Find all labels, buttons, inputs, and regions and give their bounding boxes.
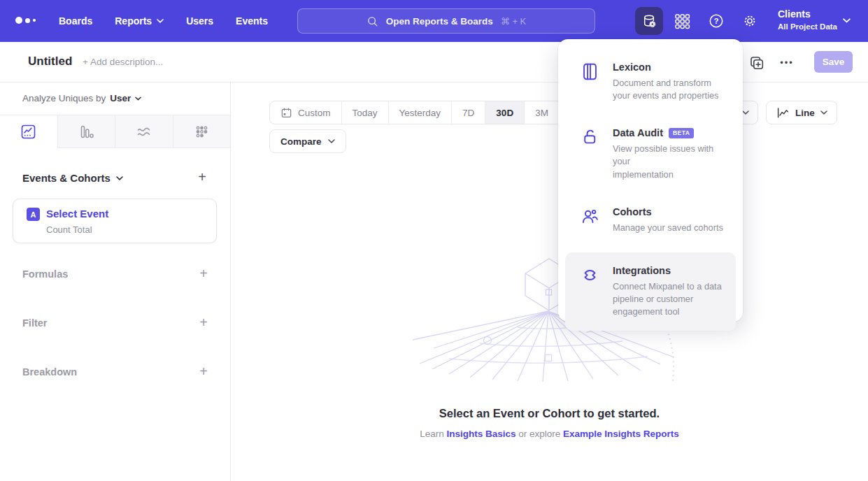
data-management-menu: Lexicon Document and transformyour event… <box>558 39 743 322</box>
grid-9-icon <box>674 13 690 29</box>
data-management-button[interactable] <box>635 7 663 35</box>
tab-insights-line[interactable] <box>0 115 57 148</box>
integrations-sync-icon <box>581 266 599 285</box>
add-formula-button[interactable]: + <box>199 266 208 282</box>
nav-reports[interactable]: Reports <box>115 15 164 27</box>
analyze-value-dropdown[interactable]: User <box>110 93 131 103</box>
empty-state-title: Select an Event or Cohort to get started… <box>231 407 868 420</box>
tab-metrics-grid[interactable] <box>173 115 231 148</box>
search-placeholder: Open Reports & Boards <box>386 16 493 27</box>
apps-grid-button[interactable] <box>674 13 690 29</box>
event-card[interactable]: A Select Event Count Total <box>13 199 217 243</box>
chevron-down-icon <box>135 96 141 101</box>
empty-state-subtitle: Learn Insights Basics or explore Example… <box>231 429 868 439</box>
dots-grid-icon <box>194 124 210 140</box>
date-range-control: Custom Today Yesterday 7D 30D 3M 6M <box>269 101 595 124</box>
tab-flow[interactable] <box>115 115 173 148</box>
formulas-section: Formulas + <box>22 266 208 282</box>
add-description-field[interactable]: + Add description... <box>83 57 163 67</box>
nav-users[interactable]: Users <box>186 15 213 27</box>
project-switcher[interactable]: Clients All Project Data <box>778 7 837 32</box>
flow-waves-icon <box>136 124 152 140</box>
nav-events[interactable]: Events <box>236 15 268 27</box>
range-custom[interactable]: Custom <box>270 101 341 124</box>
book-icon <box>581 62 599 81</box>
copy-plus-icon <box>748 55 765 71</box>
gear-icon <box>742 13 757 29</box>
mixpanel-logo[interactable] <box>15 17 36 24</box>
analyze-label: Analyze Uniques by <box>22 93 106 103</box>
mixpanel-insights-page: Boards Reports Users Events Open Reports… <box>0 0 868 481</box>
nav-boards[interactable]: Boards <box>59 15 92 27</box>
save-button[interactable]: Save <box>814 51 853 73</box>
range-today[interactable]: Today <box>341 101 388 124</box>
compare-dropdown[interactable]: Compare <box>269 129 346 153</box>
cohorts-users-icon <box>581 207 599 226</box>
more-options-button[interactable]: ••• <box>775 52 799 73</box>
breakdown-section: Breakdown + <box>22 364 208 380</box>
events-cohorts-header[interactable]: Events & Cohorts <box>22 172 123 184</box>
chart-type-tabs <box>0 115 230 148</box>
help-icon: ? <box>708 13 725 29</box>
audit-lock-icon <box>581 128 599 147</box>
count-total-dropdown[interactable]: Count Total <box>46 224 92 235</box>
top-navbar: Boards Reports Users Events Open Reports… <box>0 0 868 42</box>
filter-section: Filter + <box>22 315 208 331</box>
menu-item-integrations[interactable]: Integrations Connect Mixpanel to a datap… <box>565 252 736 331</box>
add-breakdown-button[interactable]: + <box>199 364 208 380</box>
range-3m[interactable]: 3M <box>524 101 559 124</box>
range-7d[interactable]: 7D <box>451 101 485 124</box>
event-badge-a: A <box>27 208 40 221</box>
chevron-down-icon <box>742 110 749 115</box>
menu-item-data-audit[interactable]: Data AuditBETA View possible issues with… <box>565 115 736 193</box>
main-nav: Boards Reports Users Events <box>59 0 268 42</box>
chevron-down-icon <box>157 19 164 23</box>
org-name: Clients <box>778 7 837 21</box>
beta-badge: BETA <box>669 128 695 138</box>
chevron-down-icon <box>116 176 123 180</box>
help-button[interactable]: ? <box>708 13 725 29</box>
line-chart-icon <box>776 106 790 120</box>
insights-basics-link[interactable]: Insights Basics <box>446 429 515 439</box>
settings-button[interactable] <box>741 13 758 29</box>
search-input[interactable]: Open Reports & Boards ⌘ + K <box>297 8 595 34</box>
duplicate-button[interactable] <box>748 55 765 71</box>
search-shortcut: ⌘ + K <box>501 16 527 27</box>
menu-item-cohorts[interactable]: Cohorts Manage your saved cohorts <box>565 194 736 247</box>
bar-chart-icon <box>78 124 94 140</box>
range-30d[interactable]: 30D <box>485 101 524 124</box>
calendar-icon <box>280 107 292 119</box>
insights-line-icon <box>20 124 36 140</box>
chevron-down-icon <box>820 110 827 115</box>
select-event-link[interactable]: Select Event <box>46 208 108 220</box>
search-icon <box>367 15 378 27</box>
report-title[interactable]: Untitled <box>28 55 72 69</box>
project-name: All Project Data <box>778 21 837 32</box>
analyze-uniques-by: Analyze Uniques by User <box>22 93 141 103</box>
chevron-down-icon <box>843 18 851 23</box>
database-gear-icon <box>641 13 657 29</box>
query-builder-sidebar: Analyze Uniques by User <box>0 82 231 481</box>
add-filter-button[interactable]: + <box>199 315 208 331</box>
example-insights-reports-link[interactable]: Example Insights Reports <box>563 429 679 439</box>
tab-bar-chart[interactable] <box>57 115 115 148</box>
chevron-down-icon <box>328 139 335 143</box>
add-event-button[interactable]: + <box>198 169 206 185</box>
svg-text:?: ? <box>714 17 719 25</box>
chart-type-dropdown[interactable]: Line <box>766 101 837 124</box>
range-yesterday[interactable]: Yesterday <box>388 101 452 124</box>
menu-item-lexicon[interactable]: Lexicon Document and transformyour event… <box>565 49 736 115</box>
ellipsis-icon: ••• <box>780 57 794 68</box>
